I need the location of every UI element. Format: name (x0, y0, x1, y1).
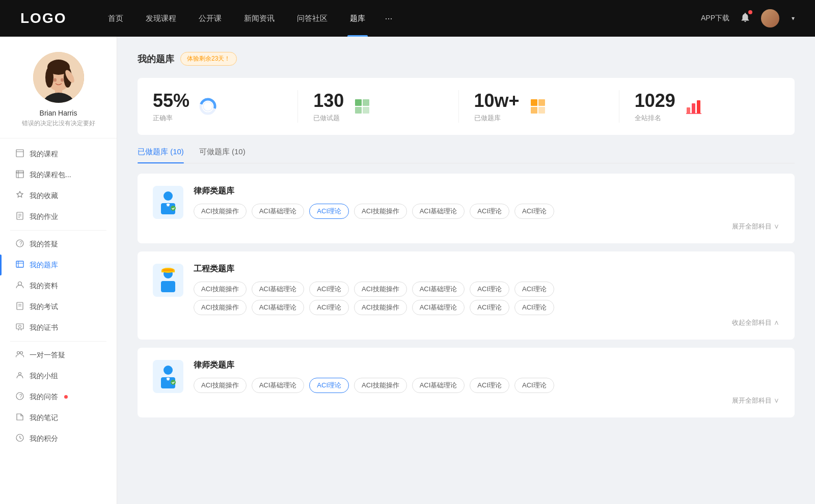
stat-accuracy-value: 55% (153, 90, 189, 111)
tag-1-6[interactable]: ACI理论 (470, 204, 509, 219)
tag-1-3[interactable]: ACI理论 (309, 204, 349, 219)
menu-course-package[interactable]: 我的课程包... (0, 164, 117, 185)
menu-profile[interactable]: 我的资料 (0, 275, 117, 296)
tag-3-7[interactable]: ACI理论 (514, 378, 554, 393)
eng-tag-2-5[interactable]: ACI基础理论 (412, 300, 465, 315)
eng-tag-1-4[interactable]: ACI技能操作 (354, 282, 407, 297)
menu-favorites[interactable]: 我的收藏 (0, 185, 117, 206)
menu-homework[interactable]: 我的作业 (0, 206, 117, 227)
nav-qa[interactable]: 问答社区 (286, 0, 339, 37)
tag-1-5[interactable]: ACI基础理论 (412, 204, 465, 219)
notification-bell[interactable] (740, 12, 751, 25)
nav-news[interactable]: 新闻资讯 (233, 0, 286, 37)
menu-notes[interactable]: 我的笔记 (0, 407, 117, 428)
lawyer-bank-name-2: 律师类题库 (194, 360, 779, 371)
profile-section: Brian Harris 错误的决定比没有决定要好 (0, 52, 117, 138)
lawyer-bank-name-1: 律师类题库 (194, 186, 779, 197)
eng-tag-1-3[interactable]: ACI理论 (309, 282, 349, 297)
expand-link-1[interactable]: 展开全部科目 ∨ (194, 222, 779, 231)
eng-tag-2-1[interactable]: ACI技能操作 (194, 300, 247, 315)
stat-accuracy-text: 55% 正确率 (153, 90, 189, 123)
lawyer-bank-icon-1 (153, 186, 183, 219)
page-header: 我的题库 体验剩余23天！ (138, 52, 795, 66)
svg-rect-11 (16, 150, 23, 157)
collapse-link[interactable]: 收起全部科目 ∧ (194, 318, 779, 327)
app-download-link[interactable]: APP下载 (701, 14, 729, 23)
eng-tag-1-6[interactable]: ACI理论 (470, 282, 509, 297)
svg-rect-49 (692, 103, 695, 114)
tag-3-4[interactable]: ACI技能操作 (354, 378, 407, 393)
avatar-illustration (33, 52, 84, 103)
menu-exam[interactable]: 我的考试 (0, 296, 117, 317)
questions-done-icon (352, 96, 372, 117)
menu-qa-label: 我的答疑 (30, 240, 58, 249)
tag-3-2[interactable]: ACI基础理论 (252, 378, 305, 393)
nav-more[interactable]: ··· (376, 13, 400, 24)
menu-questions[interactable]: ? 我的问答 (0, 386, 117, 407)
accuracy-icon (198, 96, 218, 117)
questions-icon: ? (15, 392, 24, 402)
nav-discover[interactable]: 发现课程 (134, 0, 187, 37)
menu-points[interactable]: 我的积分 (0, 428, 117, 449)
qa-icon: ? (15, 239, 24, 249)
stat-done-banks: 10w+ 已做题库 (459, 90, 619, 123)
trial-badge: 体验剩余23天！ (180, 52, 237, 66)
tag-3-5[interactable]: ACI基础理论 (412, 378, 465, 393)
user-menu-chevron[interactable]: ▾ (792, 15, 795, 22)
tag-3-6[interactable]: ACI理论 (470, 378, 509, 393)
tab-available[interactable]: 可做题库 (10) (199, 147, 246, 163)
sidebar-menu: 我的课程 我的课程包... 我的收藏 我的作业 (0, 138, 117, 449)
points-icon (15, 434, 24, 443)
menu-my-courses[interactable]: 我的课程 (0, 144, 117, 164)
eng-tag-2-7[interactable]: ACI理论 (514, 300, 554, 315)
stat-done-questions-text: 130 已做试题 (313, 90, 344, 123)
svg-point-33 (19, 373, 21, 375)
svg-point-61 (164, 366, 173, 375)
menu-group[interactable]: 我的小组 (0, 366, 117, 386)
svg-rect-60 (163, 269, 173, 271)
tag-1-1[interactable]: ACI技能操作 (194, 204, 247, 219)
svg-point-32 (20, 352, 23, 354)
nav-question-bank[interactable]: 题库 (339, 0, 376, 37)
eng-tag-2-2[interactable]: ACI基础理论 (252, 300, 305, 315)
stat-ranking-text: 1029 全站排名 (635, 90, 675, 123)
svg-point-31 (17, 352, 20, 354)
notes-icon (15, 413, 24, 423)
eng-tag-1-1[interactable]: ACI技能操作 (194, 282, 247, 297)
nav-home[interactable]: 首页 (97, 0, 134, 37)
tab-done[interactable]: 已做题库 (10) (138, 147, 184, 163)
tag-3-1[interactable]: ACI技能操作 (194, 378, 247, 393)
stat-ranking-value: 1029 (635, 90, 675, 111)
menu-one-on-one[interactable]: 一对一答疑 (0, 345, 117, 366)
eng-tag-1-2[interactable]: ACI基础理论 (252, 282, 305, 297)
lawyer-tags-2: ACI技能操作 ACI基础理论 ACI理论 ACI技能操作 ACI基础理论 AC… (194, 378, 779, 393)
tag-1-2[interactable]: ACI基础理论 (252, 204, 305, 219)
divider-1 (10, 230, 106, 231)
eng-tag-2-6[interactable]: ACI理论 (470, 300, 509, 315)
tag-1-4[interactable]: ACI技能操作 (354, 204, 407, 219)
eng-tag-2-4[interactable]: ACI技能操作 (354, 300, 407, 315)
tag-1-7[interactable]: ACI理论 (514, 204, 554, 219)
svg-point-63 (166, 377, 170, 381)
svg-rect-57 (161, 281, 175, 292)
nav-open-course[interactable]: 公开课 (187, 0, 233, 37)
menu-qa[interactable]: ? 我的答疑 (0, 234, 117, 255)
eng-tag-1-5[interactable]: ACI基础理论 (412, 282, 465, 297)
question-bank-icon (15, 260, 24, 270)
eng-tag-2-3[interactable]: ACI理论 (309, 300, 349, 315)
tag-3-3[interactable]: ACI理论 (309, 378, 349, 393)
svg-rect-40 (355, 99, 362, 106)
certificate-icon (15, 323, 24, 332)
menu-question-bank[interactable]: 我的题库 (0, 255, 117, 275)
grid-icon (354, 98, 370, 115)
lawyer-tags-1: ACI技能操作 ACI基础理论 ACI理论 ACI技能操作 ACI基础理论 AC… (194, 204, 779, 219)
menu-certificate[interactable]: 我的证书 (0, 317, 117, 338)
stat-ranking: 1029 全站排名 (619, 90, 779, 123)
page-title: 我的题库 (138, 53, 174, 65)
expand-link-3[interactable]: 展开全部科目 ∨ (194, 396, 779, 405)
eng-tag-1-7[interactable]: ACI理论 (514, 282, 554, 297)
lawyer-bank-content-2: 律师类题库 ACI技能操作 ACI基础理论 ACI理论 ACI技能操作 ACI基… (194, 360, 779, 405)
avatar[interactable] (761, 9, 779, 27)
svg-text:?: ? (19, 394, 22, 399)
svg-point-6 (45, 67, 53, 88)
